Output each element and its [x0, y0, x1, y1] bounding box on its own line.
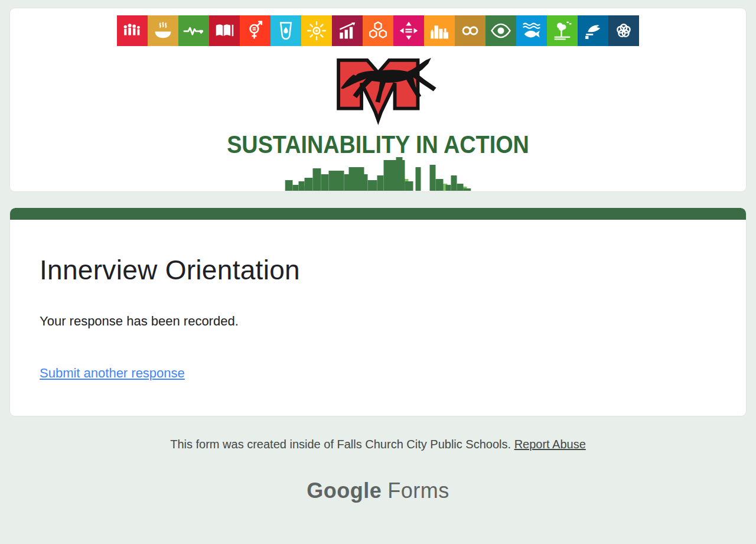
report-abuse-link[interactable]: Report Abuse [514, 438, 586, 451]
mustang-m-logo [335, 57, 456, 123]
sdg-no-poverty-icon [117, 15, 148, 46]
confirmation-message: Your response has been recorded. [40, 314, 716, 329]
form-title: Innerview Orientation [40, 254, 716, 286]
sdg-clean-water-icon [271, 15, 301, 46]
sdg-responsible-consumption-icon [455, 15, 485, 46]
sdg-decent-work-icon [332, 15, 363, 46]
page-background: SUSTAINABILITY IN ACTION [0, 0, 756, 544]
google-forms-logo: GoogleForms [0, 478, 756, 503]
footer-disclaimer: This form was created inside of Falls Ch… [0, 438, 756, 451]
forms-wordmark: Forms [387, 478, 449, 503]
google-wordmark: Google [307, 478, 382, 503]
varsity-m-letter [338, 60, 418, 120]
sdg-good-health-icon [178, 15, 209, 46]
sdg-quality-education-icon [209, 15, 240, 46]
sdg-industry-innovation-icon [363, 15, 393, 46]
sdg-gender-equality-icon [240, 15, 271, 46]
sdg-affordable-energy-icon [301, 15, 332, 46]
form-response-card: Innerview Orientation Your response has … [9, 208, 747, 416]
city-skyline [285, 154, 471, 191]
form-accent-bar [10, 208, 746, 220]
disclaimer-text: This form was created inside of Falls Ch… [170, 438, 511, 451]
sdg-goals-strip [117, 15, 639, 46]
sdg-life-on-land-icon [547, 15, 578, 46]
submit-another-response-link[interactable]: Submit another response [40, 366, 185, 381]
sdg-life-below-water-icon [516, 15, 547, 46]
sdg-peace-justice-icon [578, 15, 608, 46]
sdg-partnerships-icon [608, 15, 639, 46]
sdg-climate-action-icon [485, 15, 516, 46]
header-image-card: SUSTAINABILITY IN ACTION [9, 8, 747, 192]
sdg-sustainable-cities-icon [424, 15, 455, 46]
sdg-zero-hunger-icon [148, 15, 178, 46]
sdg-reduced-inequalities-icon [393, 15, 424, 46]
